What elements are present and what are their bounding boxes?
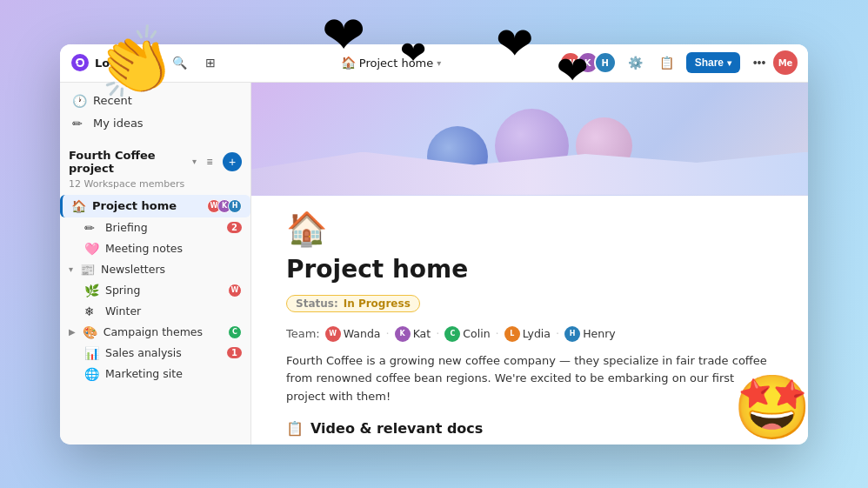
team-member-colin: C Colin bbox=[444, 326, 490, 342]
recent-icon: 🕐 bbox=[72, 94, 86, 108]
briefing-badge: 2 bbox=[227, 222, 242, 233]
settings-button[interactable]: ⚙️ bbox=[624, 50, 648, 75]
page-emoji: 🏠 bbox=[286, 210, 773, 248]
team-member-henry: H Henry bbox=[564, 326, 616, 342]
page-description: Fourth Coffee is a growing new coffee co… bbox=[286, 352, 773, 406]
sidebar-item-winter[interactable]: ❄️ Winter bbox=[60, 301, 250, 322]
sidebar-spring-label: Spring bbox=[105, 284, 140, 297]
workspace-menu-button[interactable]: ≡ bbox=[200, 152, 219, 171]
status-row: Status: In Progress bbox=[286, 294, 773, 319]
loop-icon bbox=[70, 53, 90, 72]
share-chevron-icon: ▾ bbox=[727, 58, 731, 68]
share-button[interactable]: Share ▾ bbox=[686, 52, 740, 73]
more-icon: ••• bbox=[753, 56, 766, 70]
workspace-members-label: 12 Workspace members bbox=[60, 178, 250, 195]
project-home-icon: 🏠 bbox=[71, 199, 85, 213]
campaign-themes-icon: 🎨 bbox=[83, 325, 97, 339]
grid-button[interactable]: ⊞ bbox=[198, 50, 223, 75]
sidebar-project-home-label: Project home bbox=[92, 199, 177, 212]
sidebar-item-meeting-notes[interactable]: 🩷 Meeting notes bbox=[60, 238, 250, 259]
member-name-kat: Kat bbox=[413, 327, 431, 340]
member-avatar-kat: K bbox=[395, 326, 411, 342]
member-name-henry: Henry bbox=[583, 327, 616, 340]
sidebar-item-campaign-themes[interactable]: ▶ 🎨 Campaign themes C bbox=[60, 322, 250, 343]
copy-icon: 📋 bbox=[659, 56, 674, 70]
top-bar: Loop 🔔 1 🔍 ⊞ 🏠 Project home ▾ W K H ⚙️ 📋 bbox=[60, 44, 808, 83]
team-row: Team: W Wanda · K Kat · C Colin bbox=[286, 326, 773, 342]
section-icon: 📋 bbox=[286, 420, 304, 437]
breadcrumb-label: Project home bbox=[359, 57, 433, 70]
sidebar-top-section: 🕐 Recent ✏️ My ideas bbox=[60, 83, 250, 142]
campaign-avatars: C bbox=[228, 325, 242, 339]
grid-icon: ⊞ bbox=[205, 56, 216, 70]
spring-avatar: W bbox=[228, 284, 242, 297]
sidebar-item-newsletters[interactable]: ▾ 📰 Newsletters bbox=[60, 259, 250, 280]
sidebar-item-spring[interactable]: 🌿 Spring W bbox=[60, 280, 250, 301]
workspace-actions: ≡ + bbox=[200, 152, 242, 171]
settings-icon: ⚙️ bbox=[628, 56, 643, 70]
status-badge: Status: In Progress bbox=[286, 295, 420, 312]
member-avatar-lydia: L bbox=[504, 326, 520, 342]
sidebar-recent-label: Recent bbox=[93, 94, 132, 107]
collaborator-avatars: W K H bbox=[559, 51, 617, 74]
page-body: 🏠 Project home Status: In Progress Team:… bbox=[251, 196, 808, 445]
search-icon: 🔍 bbox=[172, 56, 187, 70]
sidebar-item-recent[interactable]: 🕐 Recent bbox=[63, 90, 247, 112]
notification-button[interactable]: 🔔 1 bbox=[136, 50, 160, 75]
section-title-text: Video & relevant docs bbox=[310, 420, 483, 437]
sidebar-item-marketing-site[interactable]: 🌐 Marketing site bbox=[60, 364, 250, 384]
sidebar-item-my-ideas[interactable]: ✏️ My ideas bbox=[63, 112, 247, 135]
app-window: Loop 🔔 1 🔍 ⊞ 🏠 Project home ▾ W K H ⚙️ 📋 bbox=[60, 44, 808, 445]
avatar-3: H bbox=[594, 51, 617, 74]
sidebar-campaign-themes-label: Campaign themes bbox=[103, 325, 203, 338]
sales-badge: 1 bbox=[227, 347, 242, 358]
app-title: Loop bbox=[95, 57, 125, 70]
sidebar-item-sales-analysis[interactable]: 📊 Sales analysis 1 bbox=[60, 343, 250, 364]
marketing-site-icon: 🌐 bbox=[84, 367, 98, 381]
svg-point-1 bbox=[76, 62, 78, 64]
member-avatar-henry: H bbox=[564, 326, 580, 342]
sidebar: 🕐 Recent ✏️ My ideas Fourth Coffee proje… bbox=[60, 83, 251, 445]
member-name-colin: Colin bbox=[463, 327, 490, 340]
sidebar-my-ideas-label: My ideas bbox=[93, 117, 144, 130]
more-button[interactable]: ••• bbox=[747, 50, 771, 75]
section-title: 📋 Video & relevant docs bbox=[286, 420, 773, 437]
svg-point-0 bbox=[71, 54, 89, 71]
notification-badge: 1 bbox=[146, 50, 157, 60]
sidebar-newsletters-label: Newsletters bbox=[101, 263, 165, 276]
sidebar-winter-label: Winter bbox=[105, 304, 141, 318]
team-label: Team: bbox=[286, 327, 320, 340]
status-value: In Progress bbox=[344, 297, 411, 310]
hero-banner bbox=[251, 83, 808, 196]
search-button[interactable]: 🔍 bbox=[167, 50, 191, 75]
copy-button[interactable]: 📋 bbox=[655, 50, 679, 75]
sidebar-item-project-home[interactable]: 🏠 Project home W K H bbox=[60, 195, 250, 217]
breadcrumb: 🏠 Project home ▾ bbox=[230, 56, 551, 70]
user-avatar[interactable]: Me bbox=[773, 50, 798, 75]
briefing-icon: ✏️ bbox=[84, 221, 98, 235]
member-avatar-colin: C bbox=[444, 326, 460, 342]
workspace-header: Fourth Coffee project ▾ ≡ + bbox=[60, 142, 250, 178]
newsletters-collapse-icon: ▾ bbox=[69, 264, 73, 274]
page-title: Project home bbox=[286, 255, 773, 284]
member-name-wanda: Wanda bbox=[344, 327, 381, 340]
project-home-avatars: W K H bbox=[207, 199, 242, 213]
collab-avatar-3: H bbox=[228, 199, 242, 213]
sidebar-item-briefing[interactable]: ✏️ Briefing 2 bbox=[60, 217, 250, 238]
spring-avatars: W bbox=[228, 284, 242, 297]
my-ideas-icon: ✏️ bbox=[72, 117, 86, 130]
app-logo: Loop bbox=[70, 53, 125, 72]
meeting-notes-icon: 🩷 bbox=[84, 242, 98, 256]
add-item-button[interactable]: + bbox=[223, 152, 242, 171]
sidebar-marketing-site-label: Marketing site bbox=[105, 367, 183, 380]
newsletters-icon: 📰 bbox=[80, 263, 94, 277]
team-member-lydia: L Lydia bbox=[504, 326, 551, 342]
status-label: Status: bbox=[296, 297, 338, 310]
sidebar-meeting-notes-label: Meeting notes bbox=[105, 242, 183, 255]
share-label: Share bbox=[695, 57, 724, 69]
winter-icon: ❄️ bbox=[84, 304, 98, 318]
sidebar-sales-analysis-label: Sales analysis bbox=[105, 346, 182, 359]
team-member-wanda: W Wanda bbox=[325, 326, 381, 342]
sidebar-briefing-label: Briefing bbox=[105, 221, 148, 234]
member-name-lydia: Lydia bbox=[523, 327, 551, 340]
